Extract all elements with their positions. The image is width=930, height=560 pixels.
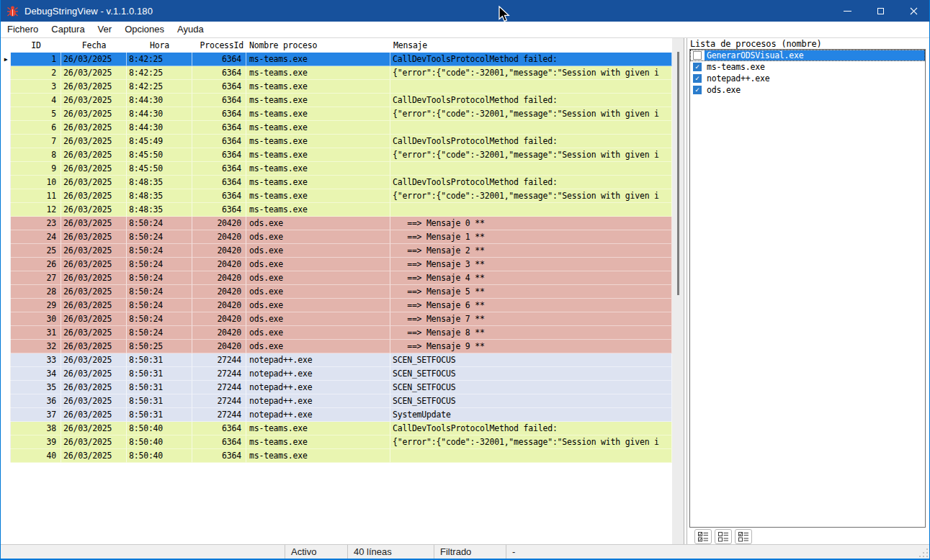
unchecked-checkbox-icon[interactable]	[693, 51, 702, 60]
cell-fecha: 26/03/2025	[61, 367, 127, 381]
table-row[interactable]: 2726/03/20258:50:2420420ods.exe ==> Mens…	[1, 271, 672, 285]
cell-hora: 8:50:24	[127, 285, 192, 299]
cell-hora: 8:44:30	[127, 121, 192, 135]
table-row[interactable]: 3426/03/20258:50:3127244notepad++.exeSCE…	[1, 367, 672, 381]
table-row[interactable]: 3126/03/20258:50:2420420ods.exe ==> Mens…	[1, 326, 672, 340]
uncheck-all-button[interactable]	[715, 529, 732, 544]
menu-item-ayuda[interactable]: Ayuda	[171, 22, 210, 37]
cell-fecha: 26/03/2025	[61, 422, 127, 435]
row-marker-spacer	[1, 230, 11, 244]
cell-fecha: 26/03/2025	[61, 121, 127, 135]
cell-pid: 20420	[192, 299, 246, 312]
column-header-id[interactable]: ID	[11, 40, 61, 50]
cell-pid: 6364	[192, 135, 246, 148]
row-marker-spacer	[1, 422, 11, 435]
row-marker-spacer	[1, 367, 11, 381]
cell-pid: 6364	[192, 148, 246, 162]
process-list-item[interactable]: ✓notepad++.exe	[690, 73, 925, 84]
process-list-item[interactable]: GenerarODSVisual.exe	[690, 50, 925, 61]
row-marker-spacer	[1, 148, 11, 162]
table-row[interactable]: 3726/03/20258:50:3127244notepad++.exeSys…	[1, 408, 672, 422]
minimize-icon	[844, 11, 851, 12]
table-body: ▶126/03/20258:42:256364ms-teams.exeCallD…	[1, 53, 672, 463]
cell-fecha: 26/03/2025	[61, 230, 127, 244]
column-header-hora[interactable]: Hora	[127, 40, 192, 50]
cell-pid: 20420	[192, 244, 246, 258]
cell-pid: 6364	[192, 162, 246, 176]
table-row[interactable]: 3926/03/20258:50:406364ms-teams.exe{"err…	[1, 435, 672, 449]
cell-pid: 6364	[192, 422, 246, 435]
table-row[interactable]: 3526/03/20258:50:3127244notepad++.exeSCE…	[1, 381, 672, 394]
checked-checkbox-icon[interactable]: ✓	[693, 63, 702, 71]
column-header-mensaje[interactable]: Mensaje	[390, 40, 672, 50]
row-marker-spacer	[1, 66, 11, 80]
cell-proc: ods.exe	[246, 285, 390, 299]
invert-checks-button[interactable]	[735, 529, 752, 544]
cell-hora: 8:50:24	[127, 312, 192, 326]
table-row[interactable]: 3626/03/20258:50:3127244notepad++.exeSCE…	[1, 394, 672, 408]
column-header-nombre-proceso[interactable]: Nombre proceso	[246, 40, 390, 50]
table-row[interactable]: 2626/03/20258:50:2420420ods.exe ==> Mens…	[1, 258, 672, 271]
menu-item-ver[interactable]: Ver	[91, 22, 119, 37]
table-row[interactable]: 326/03/20258:42:256364ms-teams.exe	[1, 80, 672, 94]
table-row[interactable]: 726/03/20258:45:496364ms-teams.exeCallDe…	[1, 135, 672, 148]
panel-splitter[interactable]	[684, 38, 687, 544]
table-row[interactable]: 426/03/20258:44:306364ms-teams.exeCallDe…	[1, 94, 672, 107]
table-row[interactable]: 3026/03/20258:50:2420420ods.exe ==> Mens…	[1, 312, 672, 326]
checked-checkbox-icon[interactable]: ✓	[693, 86, 702, 94]
table-row[interactable]: 926/03/20258:45:506364ms-teams.exe	[1, 162, 672, 176]
title-bar: DebugStringView - v.1.1.0.180	[0, 0, 930, 22]
row-marker-spacer	[1, 189, 11, 203]
checkbox-list-mixed-icon	[738, 532, 749, 542]
cell-id: 7	[11, 135, 61, 148]
table-row[interactable]: 2526/03/20258:50:2420420ods.exe ==> Mens…	[1, 244, 672, 258]
maximize-icon	[877, 8, 884, 14]
resize-grip-icon[interactable]	[919, 548, 929, 558]
table-row[interactable]: 2926/03/20258:50:2420420ods.exe ==> Mens…	[1, 299, 672, 312]
maximize-button[interactable]	[864, 0, 897, 22]
table-row[interactable]: 2326/03/20258:50:2420420ods.exe ==> Mens…	[1, 217, 672, 230]
cell-pid: 6364	[192, 449, 246, 463]
process-list-item[interactable]: ✓ods.exe	[690, 84, 925, 96]
cell-proc: ms-teams.exe	[246, 176, 390, 189]
cell-fecha: 26/03/2025	[61, 203, 127, 217]
table-row[interactable]: 826/03/20258:45:506364ms-teams.exe{"erro…	[1, 148, 672, 162]
cell-msg: CallDevToolsProtocolMethod failed:	[390, 94, 672, 107]
table-row[interactable]: 2826/03/20258:50:2420420ods.exe ==> Mens…	[1, 285, 672, 299]
cell-fecha: 26/03/2025	[61, 394, 127, 408]
table-row[interactable]: 3326/03/20258:50:3127244notepad++.exeSCE…	[1, 353, 672, 367]
cell-proc: ms-teams.exe	[246, 435, 390, 449]
table-row[interactable]: 1126/03/20258:48:356364ms-teams.exe{"err…	[1, 189, 672, 203]
table-row[interactable]: 626/03/20258:44:306364ms-teams.exe	[1, 121, 672, 135]
close-button[interactable]	[897, 0, 930, 22]
column-header-fecha[interactable]: Fecha	[61, 40, 127, 50]
table-row[interactable]: 3226/03/20258:50:2520420ods.exe ==> Mens…	[1, 340, 672, 353]
table-row[interactable]: 2426/03/20258:50:2420420ods.exe ==> Mens…	[1, 230, 672, 244]
cell-hora: 8:50:25	[127, 340, 192, 353]
table-row[interactable]: 1226/03/20258:48:356364ms-teams.exe	[1, 203, 672, 217]
cell-msg: CallDevToolsProtocolMethod failed:	[390, 176, 672, 189]
menu-item-fichero[interactable]: Fichero	[1, 22, 45, 37]
table-row[interactable]: 226/03/20258:42:256364ms-teams.exe{"erro…	[1, 66, 672, 80]
scrollbar-thumb[interactable]	[677, 52, 679, 295]
check-all-button[interactable]	[694, 529, 712, 544]
table-row[interactable]: 1026/03/20258:48:356364ms-teams.exeCallD…	[1, 176, 672, 189]
vertical-scrollbar[interactable]	[672, 38, 684, 544]
table-row[interactable]: ▶126/03/20258:42:256364ms-teams.exeCallD…	[1, 53, 672, 66]
cell-msg: ==> Mensaje 6 **	[390, 299, 672, 312]
table-row[interactable]: 4026/03/20258:50:406364ms-teams.exe	[1, 449, 672, 463]
menu-item-captura[interactable]: Captura	[45, 22, 91, 37]
table-row[interactable]: 3826/03/20258:50:406364ms-teams.exeCallD…	[1, 422, 672, 435]
process-name: ods.exe	[705, 85, 743, 95]
menu-item-opciones[interactable]: Opciones	[118, 22, 171, 37]
cell-hora: 8:50:24	[127, 230, 192, 244]
cell-fecha: 26/03/2025	[61, 189, 127, 203]
column-header-processid[interactable]: ProcessId	[192, 40, 246, 50]
process-list-title: Lista de procesos (nombre)	[688, 38, 929, 49]
checked-checkbox-icon[interactable]: ✓	[693, 74, 702, 83]
cell-pid: 6364	[192, 203, 246, 217]
cell-fecha: 26/03/2025	[61, 176, 127, 189]
minimize-button[interactable]	[831, 0, 864, 22]
process-list-item[interactable]: ✓ms-teams.exe	[690, 61, 925, 73]
table-row[interactable]: 526/03/20258:44:306364ms-teams.exe{"erro…	[1, 107, 672, 121]
